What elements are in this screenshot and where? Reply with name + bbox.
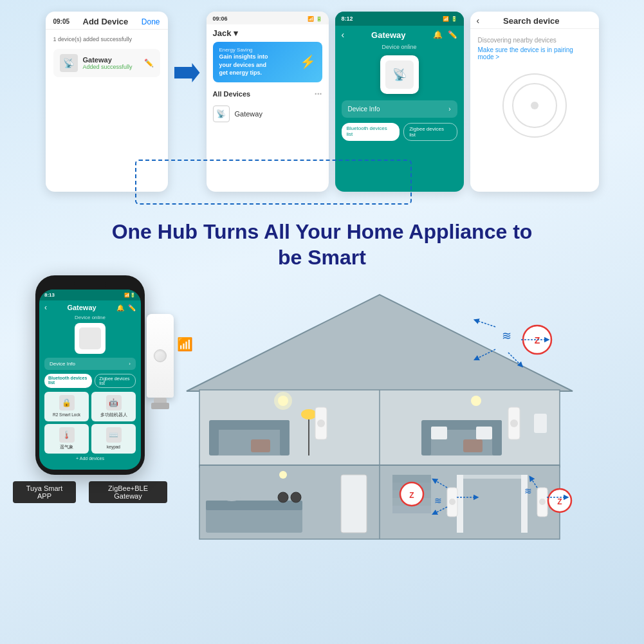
ps-add-devices[interactable]: + Add devices: [39, 456, 141, 461]
zigbee-devices-tab[interactable]: Zigbee devices list: [403, 123, 457, 141]
device-info-label: Device Info: [348, 106, 380, 113]
svg-point-64: [274, 392, 292, 410]
gateway-label: ZigBee+BLE Gateway: [89, 481, 167, 503]
robot-icon: 🤖: [106, 395, 122, 410]
ps-device-robot[interactable]: 🤖 多功能机器人: [91, 392, 136, 421]
ps-device-sensor[interactable]: 🌡️ 遥气象: [44, 424, 89, 454]
headline-line1: One Hub Turns All Your Home Appliance to: [112, 220, 533, 243]
phone-large: 8:13 📶🔋 ‹ Gateway 🔔 ✏️ Device online: [35, 275, 145, 475]
edit-icon[interactable]: ✏️: [144, 59, 154, 68]
r2-label: R2 Smart Lock: [48, 412, 86, 417]
svg-point-29: [279, 471, 287, 479]
svg-line-57: [476, 320, 495, 327]
ps-time: 8:13: [44, 292, 55, 298]
bell-icon[interactable]: 🔔: [433, 30, 443, 39]
svg-rect-7: [212, 420, 290, 430]
card2-gateway-label: Gateway: [235, 110, 262, 118]
card3-time: 8:12: [342, 15, 353, 22]
more-options-icon[interactable]: ···: [315, 89, 322, 99]
svg-marker-0: [187, 295, 573, 391]
svg-rect-28: [341, 475, 367, 533]
r2-icon: 🔒: [59, 395, 75, 410]
svg-rect-16: [421, 420, 431, 455]
card-gateway-teal: 8:12 📶🔋 ‹ Gateway 🔔 ✏️ Device online 📡 D…: [335, 12, 464, 192]
svg-text:≋: ≋: [524, 486, 532, 496]
device-info-row[interactable]: Device Info ›: [342, 100, 457, 118]
chevron-right-icon: ›: [448, 106, 450, 113]
phone-notch: [74, 282, 106, 287]
energy-icon: ⚡: [300, 54, 316, 69]
energy-saving-title: Energy Saving: [219, 47, 268, 53]
ps-device-info-label: Device Info: [50, 361, 75, 367]
card1-done-button[interactable]: Done: [142, 17, 160, 26]
svg-rect-20: [476, 427, 492, 439]
svg-rect-34: [392, 506, 431, 513]
svg-text:Z: Z: [409, 491, 414, 500]
svg-point-41: [317, 419, 325, 427]
ps-zigbee-tab[interactable]: Zigbee devices list: [95, 374, 136, 388]
ps-device-r2[interactable]: 🔒 R2 Smart Lock: [44, 392, 89, 421]
svg-rect-9: [280, 420, 290, 455]
ps-back-icon[interactable]: ‹: [44, 303, 47, 312]
search-animation: [502, 73, 567, 138]
ps-bell-icon[interactable]: 🔔: [116, 304, 124, 311]
gateway-device-visual: 📡: [380, 55, 419, 94]
ps-title: Gateway: [67, 304, 96, 311]
bluetooth-devices-tab[interactable]: Bluetooth devices list: [342, 123, 400, 141]
tuya-app-label: Tuya Smart APP: [13, 481, 76, 503]
card1-device-icon: 📡: [60, 54, 78, 72]
card1-success-text: 1 device(s) added successfully: [53, 36, 160, 42]
svg-text:≋: ≋: [434, 495, 442, 506]
ps-edit-icon[interactable]: ✏️: [128, 304, 136, 311]
keypad-icon: ⌨️: [106, 427, 122, 443]
ps-online: Device online: [39, 315, 141, 320]
sensor-label: 遥气象: [48, 445, 86, 450]
card3-status-icons: 📶🔋: [443, 16, 457, 22]
card4-back-icon[interactable]: ‹: [477, 15, 480, 26]
energy-body: Gain insights intoyour devices andget en…: [219, 53, 268, 77]
card1-title: Add Device: [83, 17, 129, 26]
svg-point-43: [449, 499, 455, 505]
svg-rect-22: [534, 414, 547, 433]
svg-rect-36: [521, 475, 528, 533]
usb-gateway-device: [147, 314, 174, 409]
ps-info-row[interactable]: Device Info ›: [44, 358, 136, 370]
svg-text:Z: Z: [535, 335, 540, 345]
ps-device-keypad[interactable]: ⌨️ keypad: [91, 424, 136, 454]
card2-gateway-item[interactable]: 📡 Gateway: [207, 102, 329, 126]
gateway-icon: 📡: [213, 106, 230, 122]
svg-rect-8: [209, 420, 219, 455]
card2-user[interactable]: Jack ▾: [207, 24, 329, 39]
ps-bluetooth-tab[interactable]: Bluetooth devices list: [44, 374, 92, 388]
card-add-device: 09:05 Add Device Done 1 device(s) added …: [46, 12, 168, 192]
svg-rect-30: [392, 475, 431, 483]
bottom-section: 8:13 📶🔋 ‹ Gateway 🔔 ✏️ Device online: [0, 275, 644, 546]
sensor-icon: 🌡️: [59, 427, 75, 443]
arrow-1: [174, 12, 200, 82]
card3-title: Gateway: [371, 30, 405, 40]
pairing-mode-link[interactable]: Make sure the device is in pairing mode …: [478, 46, 591, 60]
svg-point-27: [291, 492, 301, 502]
keypad-label: keypad: [95, 445, 133, 449]
svg-point-12: [301, 409, 317, 419]
card1-time: 09:05: [53, 18, 70, 25]
card-all-devices: 09:06 📶🔋 Jack ▾ Energy Saving Gain insig…: [207, 12, 329, 192]
svg-rect-17: [492, 420, 502, 455]
house-diagram: Z ≋ Z ≋ Z ≋: [180, 275, 631, 546]
device-online-text: Device online: [335, 44, 464, 50]
svg-text:≋: ≋: [502, 329, 511, 342]
svg-point-45: [539, 499, 546, 505]
card3-back-icon[interactable]: ‹: [342, 30, 345, 40]
ps-chevron-right: ›: [129, 361, 131, 367]
svg-point-39: [510, 419, 518, 427]
svg-rect-10: [251, 439, 270, 452]
edit-icon[interactable]: ✏️: [448, 30, 457, 39]
card4-title: Search device: [503, 16, 559, 26]
card2-time: 09:06: [213, 15, 228, 22]
svg-rect-23: [206, 507, 302, 533]
headline-line2: be Smart: [278, 246, 366, 269]
svg-point-26: [278, 492, 288, 502]
discover-text: Discovering nearby devices: [478, 37, 591, 44]
card1-device-status: Added successfully: [83, 64, 133, 70]
robot-label: 多功能机器人: [95, 412, 133, 418]
